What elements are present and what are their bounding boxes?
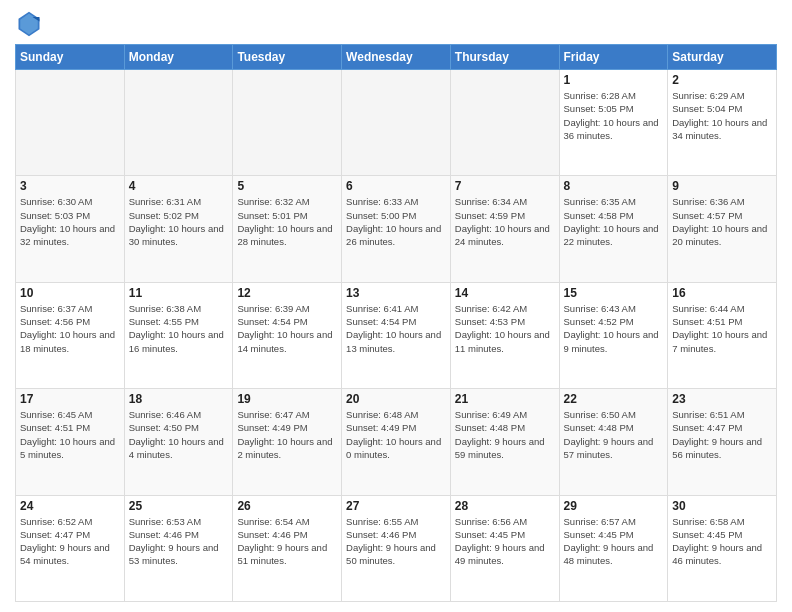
calendar-body: 1Sunrise: 6:28 AM Sunset: 5:05 PM Daylig…: [16, 70, 777, 602]
day-number: 3: [20, 179, 120, 193]
calendar-cell: [233, 70, 342, 176]
day-info: Sunrise: 6:55 AM Sunset: 4:46 PM Dayligh…: [346, 515, 446, 568]
day-number: 22: [564, 392, 664, 406]
logo-icon: [15, 10, 43, 38]
day-number: 5: [237, 179, 337, 193]
day-number: 16: [672, 286, 772, 300]
calendar-cell: 23Sunrise: 6:51 AM Sunset: 4:47 PM Dayli…: [668, 389, 777, 495]
day-info: Sunrise: 6:48 AM Sunset: 4:49 PM Dayligh…: [346, 408, 446, 461]
calendar-cell: 7Sunrise: 6:34 AM Sunset: 4:59 PM Daylig…: [450, 176, 559, 282]
day-number: 9: [672, 179, 772, 193]
day-info: Sunrise: 6:43 AM Sunset: 4:52 PM Dayligh…: [564, 302, 664, 355]
logo: [15, 10, 47, 38]
calendar-cell: 26Sunrise: 6:54 AM Sunset: 4:46 PM Dayli…: [233, 495, 342, 601]
day-number: 2: [672, 73, 772, 87]
calendar-cell: 22Sunrise: 6:50 AM Sunset: 4:48 PM Dayli…: [559, 389, 668, 495]
calendar-cell: 14Sunrise: 6:42 AM Sunset: 4:53 PM Dayli…: [450, 282, 559, 388]
calendar-cell: 15Sunrise: 6:43 AM Sunset: 4:52 PM Dayli…: [559, 282, 668, 388]
calendar-cell: 1Sunrise: 6:28 AM Sunset: 5:05 PM Daylig…: [559, 70, 668, 176]
week-row-4: 17Sunrise: 6:45 AM Sunset: 4:51 PM Dayli…: [16, 389, 777, 495]
day-info: Sunrise: 6:36 AM Sunset: 4:57 PM Dayligh…: [672, 195, 772, 248]
day-info: Sunrise: 6:54 AM Sunset: 4:46 PM Dayligh…: [237, 515, 337, 568]
day-info: Sunrise: 6:37 AM Sunset: 4:56 PM Dayligh…: [20, 302, 120, 355]
calendar-cell: 29Sunrise: 6:57 AM Sunset: 4:45 PM Dayli…: [559, 495, 668, 601]
calendar-cell: 24Sunrise: 6:52 AM Sunset: 4:47 PM Dayli…: [16, 495, 125, 601]
day-number: 18: [129, 392, 229, 406]
weekday-header-friday: Friday: [559, 45, 668, 70]
day-info: Sunrise: 6:51 AM Sunset: 4:47 PM Dayligh…: [672, 408, 772, 461]
calendar-cell: [124, 70, 233, 176]
day-info: Sunrise: 6:45 AM Sunset: 4:51 PM Dayligh…: [20, 408, 120, 461]
calendar-cell: 16Sunrise: 6:44 AM Sunset: 4:51 PM Dayli…: [668, 282, 777, 388]
day-number: 8: [564, 179, 664, 193]
weekday-header-thursday: Thursday: [450, 45, 559, 70]
day-number: 26: [237, 499, 337, 513]
week-row-3: 10Sunrise: 6:37 AM Sunset: 4:56 PM Dayli…: [16, 282, 777, 388]
day-info: Sunrise: 6:56 AM Sunset: 4:45 PM Dayligh…: [455, 515, 555, 568]
day-number: 29: [564, 499, 664, 513]
day-number: 6: [346, 179, 446, 193]
week-row-1: 1Sunrise: 6:28 AM Sunset: 5:05 PM Daylig…: [16, 70, 777, 176]
calendar-header: SundayMondayTuesdayWednesdayThursdayFrid…: [16, 45, 777, 70]
day-info: Sunrise: 6:31 AM Sunset: 5:02 PM Dayligh…: [129, 195, 229, 248]
calendar-cell: 12Sunrise: 6:39 AM Sunset: 4:54 PM Dayli…: [233, 282, 342, 388]
day-info: Sunrise: 6:53 AM Sunset: 4:46 PM Dayligh…: [129, 515, 229, 568]
day-info: Sunrise: 6:39 AM Sunset: 4:54 PM Dayligh…: [237, 302, 337, 355]
calendar-cell: 28Sunrise: 6:56 AM Sunset: 4:45 PM Dayli…: [450, 495, 559, 601]
day-info: Sunrise: 6:58 AM Sunset: 4:45 PM Dayligh…: [672, 515, 772, 568]
calendar-cell: 3Sunrise: 6:30 AM Sunset: 5:03 PM Daylig…: [16, 176, 125, 282]
day-info: Sunrise: 6:57 AM Sunset: 4:45 PM Dayligh…: [564, 515, 664, 568]
calendar-cell: 13Sunrise: 6:41 AM Sunset: 4:54 PM Dayli…: [342, 282, 451, 388]
calendar-cell: 10Sunrise: 6:37 AM Sunset: 4:56 PM Dayli…: [16, 282, 125, 388]
day-number: 7: [455, 179, 555, 193]
day-info: Sunrise: 6:52 AM Sunset: 4:47 PM Dayligh…: [20, 515, 120, 568]
calendar-cell: 19Sunrise: 6:47 AM Sunset: 4:49 PM Dayli…: [233, 389, 342, 495]
day-number: 1: [564, 73, 664, 87]
calendar-cell: 4Sunrise: 6:31 AM Sunset: 5:02 PM Daylig…: [124, 176, 233, 282]
day-number: 19: [237, 392, 337, 406]
calendar-cell: 30Sunrise: 6:58 AM Sunset: 4:45 PM Dayli…: [668, 495, 777, 601]
calendar-cell: 6Sunrise: 6:33 AM Sunset: 5:00 PM Daylig…: [342, 176, 451, 282]
day-number: 23: [672, 392, 772, 406]
day-info: Sunrise: 6:38 AM Sunset: 4:55 PM Dayligh…: [129, 302, 229, 355]
calendar-cell: 20Sunrise: 6:48 AM Sunset: 4:49 PM Dayli…: [342, 389, 451, 495]
header: [15, 10, 777, 38]
day-info: Sunrise: 6:33 AM Sunset: 5:00 PM Dayligh…: [346, 195, 446, 248]
weekday-header-wednesday: Wednesday: [342, 45, 451, 70]
day-info: Sunrise: 6:47 AM Sunset: 4:49 PM Dayligh…: [237, 408, 337, 461]
calendar-cell: 25Sunrise: 6:53 AM Sunset: 4:46 PM Dayli…: [124, 495, 233, 601]
weekday-header-monday: Monday: [124, 45, 233, 70]
day-info: Sunrise: 6:49 AM Sunset: 4:48 PM Dayligh…: [455, 408, 555, 461]
day-number: 10: [20, 286, 120, 300]
week-row-2: 3Sunrise: 6:30 AM Sunset: 5:03 PM Daylig…: [16, 176, 777, 282]
day-info: Sunrise: 6:29 AM Sunset: 5:04 PM Dayligh…: [672, 89, 772, 142]
day-number: 25: [129, 499, 229, 513]
day-number: 28: [455, 499, 555, 513]
weekday-header-sunday: Sunday: [16, 45, 125, 70]
day-info: Sunrise: 6:44 AM Sunset: 4:51 PM Dayligh…: [672, 302, 772, 355]
page: SundayMondayTuesdayWednesdayThursdayFrid…: [0, 0, 792, 612]
calendar-cell: [16, 70, 125, 176]
day-number: 17: [20, 392, 120, 406]
day-info: Sunrise: 6:50 AM Sunset: 4:48 PM Dayligh…: [564, 408, 664, 461]
day-number: 24: [20, 499, 120, 513]
day-number: 27: [346, 499, 446, 513]
day-number: 15: [564, 286, 664, 300]
calendar-cell: 11Sunrise: 6:38 AM Sunset: 4:55 PM Dayli…: [124, 282, 233, 388]
day-info: Sunrise: 6:34 AM Sunset: 4:59 PM Dayligh…: [455, 195, 555, 248]
day-number: 30: [672, 499, 772, 513]
day-info: Sunrise: 6:46 AM Sunset: 4:50 PM Dayligh…: [129, 408, 229, 461]
calendar-cell: 9Sunrise: 6:36 AM Sunset: 4:57 PM Daylig…: [668, 176, 777, 282]
day-info: Sunrise: 6:28 AM Sunset: 5:05 PM Dayligh…: [564, 89, 664, 142]
calendar-cell: [342, 70, 451, 176]
weekday-header-tuesday: Tuesday: [233, 45, 342, 70]
calendar-cell: [450, 70, 559, 176]
calendar: SundayMondayTuesdayWednesdayThursdayFrid…: [15, 44, 777, 602]
day-number: 13: [346, 286, 446, 300]
day-number: 11: [129, 286, 229, 300]
calendar-cell: 17Sunrise: 6:45 AM Sunset: 4:51 PM Dayli…: [16, 389, 125, 495]
week-row-5: 24Sunrise: 6:52 AM Sunset: 4:47 PM Dayli…: [16, 495, 777, 601]
day-number: 20: [346, 392, 446, 406]
calendar-cell: 21Sunrise: 6:49 AM Sunset: 4:48 PM Dayli…: [450, 389, 559, 495]
day-info: Sunrise: 6:32 AM Sunset: 5:01 PM Dayligh…: [237, 195, 337, 248]
